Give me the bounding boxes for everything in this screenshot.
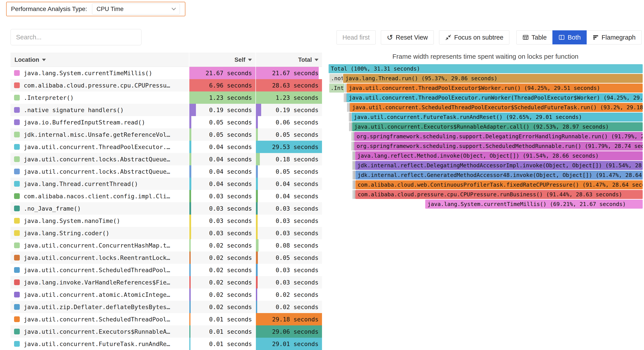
table-row[interactable]: java.util.concurrent.locks.AbstractQueue… [10, 153, 322, 165]
flame-frame[interactable]: java.util.concurrent.ScheduledThreadPool… [350, 103, 643, 112]
column-header-location[interactable]: Location [10, 53, 189, 67]
search-input[interactable] [10, 29, 142, 45]
analysis-type-select[interactable]: CPU Time [92, 4, 180, 15]
location-cell[interactable]: java.lang.String.coder() [10, 227, 189, 239]
flame-frame-small[interactable] [354, 180, 355, 189]
self-bar [189, 313, 190, 325]
flame-frame[interactable]: jdk.internal.reflect.GeneratedMethodAcce… [356, 171, 643, 180]
table-row[interactable]: java.util.concurrent.ScheduledThreadPool… [10, 264, 322, 276]
table-row[interactable]: java.util.concurrent.ScheduledThreadPool… [10, 313, 322, 325]
flame-frame[interactable]: java.util.concurrent.ThreadPoolExecutor$… [346, 84, 643, 93]
table-row[interactable]: com.alibaba.nacos.client.config.impl.Cli… [10, 190, 322, 202]
flame-frame[interactable]: java.lang.Thread.run() (95.37%, 29.86 se… [343, 74, 643, 83]
table-row[interactable]: java.lang.invoke.VarHandleReferences$Fie… [10, 276, 322, 288]
flame-frame-small[interactable] [345, 84, 346, 93]
location-cell[interactable]: java.util.concurrent.ScheduledThreadPool… [10, 264, 189, 276]
location-cell[interactable]: .native signature handlers() [10, 104, 189, 116]
flame-frame[interactable]: java.util.concurrent.Executors$RunnableA… [352, 122, 643, 131]
flame-frame-small[interactable] [344, 93, 345, 102]
location-cell[interactable]: java.util.concurrent.locks.AbstractQueue… [10, 153, 189, 165]
flame-frame-small[interactable] [352, 161, 354, 170]
flame-frame-small[interactable] [354, 190, 356, 199]
location-cell[interactable]: jdk.internal.misc.Unsafe.getReferenceVol… [10, 128, 189, 141]
flame-frame[interactable]: Total (100%, 31.31 seconds) [328, 64, 643, 73]
flame-frame-small[interactable] [349, 122, 350, 131]
total-value: 21.67 seconds [272, 70, 322, 77]
table-row[interactable]: java.lang.Thread.currentThread()0.04 sec… [10, 178, 322, 190]
location-cell[interactable]: .no_Java_frame() [10, 202, 189, 215]
flame-frame[interactable]: java.util.concurrent.FutureTask.runAndRe… [352, 113, 643, 122]
table-row[interactable]: .no_Java_frame()0.03 seconds0.03 seconds [10, 202, 322, 215]
location-cell[interactable]: java.lang.Thread.currentThread() [10, 178, 189, 190]
table-row[interactable]: .Interpreter()1.23 seconds1.23 seconds [10, 92, 322, 104]
table-row[interactable]: java.util.concurrent.ThreadPoolExecutor.… [10, 141, 322, 153]
location-cell[interactable]: .Interpreter() [10, 92, 189, 104]
location-cell[interactable]: java.util.concurrent.FutureTask.runAndRe… [10, 338, 189, 350]
table-row[interactable]: com.alibaba.cloud.pressure.cpu.CPUPressu… [10, 79, 322, 92]
location-cell[interactable]: java.util.concurrent.ConcurrentHashMap.t… [10, 239, 189, 251]
flame-frame[interactable]: jdk.internal.reflect.DelegatingMethodAcc… [355, 161, 643, 170]
view-mode-flamegraph-button[interactable]: Flamegraph [586, 30, 642, 45]
table-row[interactable]: java.util.zip.Deflater.deflateBytesBytes… [10, 301, 322, 313]
flame-frame-small[interactable] [352, 132, 353, 141]
table-row[interactable]: java.util.concurrent.ConcurrentHashMap.t… [10, 239, 322, 251]
location-cell[interactable]: java.io.BufferedInputStream.read() [10, 116, 189, 128]
table-row[interactable]: .native signature handlers()0.19 seconds… [10, 104, 322, 116]
flame-frame-small[interactable]: .not [330, 74, 343, 83]
reset-view-button[interactable]: ↺ Reset View [381, 30, 434, 45]
flame-frame[interactable]: java.lang.reflect.Method.invoke(Object, … [355, 151, 643, 160]
flame-frame[interactable]: org.springframework.scheduling.support.S… [354, 142, 643, 151]
location-cell[interactable]: java.util.concurrent.ScheduledThreadPool… [10, 313, 189, 325]
table-row[interactable]: java.util.concurrent.FutureTask.runAndRe… [10, 338, 322, 350]
table-row[interactable]: java.lang.System.currentTimeMillis()21.6… [10, 67, 322, 79]
location-cell[interactable]: java.util.concurrent.ThreadPoolExecutor.… [10, 141, 189, 153]
flame-frame-small[interactable] [354, 151, 355, 160]
total-cell: 0.06 seconds [256, 116, 322, 128]
location-cell[interactable]: java.lang.System.currentTimeMillis() [10, 67, 189, 79]
location-cell[interactable]: com.alibaba.cloud.pressure.cpu.CPUPressu… [10, 79, 189, 92]
flame-frame-small[interactable] [352, 151, 354, 160]
flame-frame-small[interactable] [352, 180, 354, 189]
flame-frame[interactable]: org.springframework.scheduling.support.D… [354, 132, 643, 141]
table-row[interactable]: jdk.internal.misc.Unsafe.getReferenceVol… [10, 128, 322, 141]
view-mode-both-button[interactable]: Both [552, 30, 587, 45]
view-mode-table-button[interactable]: Table [516, 30, 553, 45]
flame-frame[interactable]: com.alibaba.cloud.web.ContinuousProfiler… [356, 180, 643, 189]
column-header-self[interactable]: Self [189, 53, 256, 67]
flame-frame-small[interactable] [348, 103, 350, 112]
flame-frame-small[interactable] [347, 103, 348, 112]
flame-frame-small[interactable] [353, 142, 354, 151]
flame-frame-small[interactable] [354, 171, 355, 180]
flame-frame-small[interactable] [354, 161, 355, 170]
location-cell[interactable]: java.util.concurrent.locks.AbstractQueue… [10, 165, 189, 178]
head-first-button[interactable]: Head first [336, 30, 376, 45]
flame-frame-small[interactable] [352, 142, 353, 151]
column-header-total[interactable]: Total [256, 53, 322, 67]
flame-frame-small[interactable] [350, 113, 352, 122]
table-row[interactable]: java.util.concurrent.Executors$RunnableA… [10, 325, 322, 338]
flame-frame-small[interactable] [353, 132, 354, 141]
location-cell[interactable]: com.alibaba.nacos.client.config.impl.Cli… [10, 190, 189, 202]
flame-frame[interactable]: java.lang.System.currentTimeMillis() (69… [425, 200, 643, 209]
table-row[interactable]: java.lang.String.coder()0.03 seconds0.03… [10, 227, 322, 239]
focus-subtree-button[interactable]: Focus on subtree [439, 30, 509, 45]
table-row[interactable]: java.util.concurrent.locks.AbstractQueue… [10, 165, 322, 178]
flame-frame[interactable]: java.util.concurrent.ThreadPoolExecutor.… [346, 93, 643, 102]
location-cell[interactable]: java.lang.System.nanoTime() [10, 215, 189, 227]
location-cell[interactable]: java.util.zip.Deflater.deflateBytesBytes… [10, 301, 189, 313]
flame-frame-small[interactable] [349, 113, 350, 122]
location-cell[interactable]: java.util.concurrent.Executors$RunnableA… [10, 325, 189, 338]
location-cell[interactable]: java.util.concurrent.atomic.AtomicIntege… [10, 288, 189, 301]
table-row[interactable]: java.lang.System.nanoTime()0.03 seconds0… [10, 215, 322, 227]
flame-frame-small[interactable]: .Int [329, 84, 344, 93]
table-row[interactable]: java.util.concurrent.atomic.AtomicIntege… [10, 288, 322, 301]
location-cell[interactable]: java.lang.invoke.VarHandleReferences$Fie… [10, 276, 189, 288]
flame-frame-small[interactable] [350, 122, 352, 131]
table-row[interactable]: java.util.concurrent.locks.ReentrantLock… [10, 251, 322, 264]
flame-frame-small[interactable] [352, 171, 354, 180]
flame-frame[interactable]: com.alibaba.cloud.pressure.cpu.CPUPressu… [356, 190, 643, 199]
table-row[interactable]: java.io.BufferedInputStream.read()0.05 s… [10, 116, 322, 128]
location-cell[interactable]: java.util.concurrent.locks.ReentrantLock… [10, 251, 189, 264]
flame-frame-small[interactable] [352, 190, 354, 199]
flame-frame-small[interactable] [345, 93, 346, 102]
